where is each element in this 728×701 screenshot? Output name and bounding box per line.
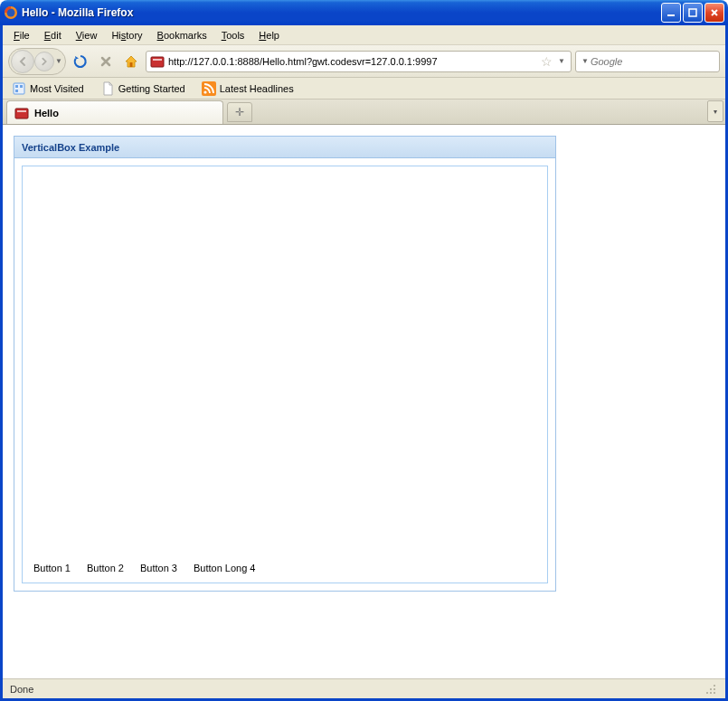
svg-rect-6 xyxy=(153,59,162,61)
status-bar: Done xyxy=(3,678,725,698)
search-box[interactable]: ▼ xyxy=(575,51,720,72)
svg-rect-3 xyxy=(689,9,696,16)
status-text: Done xyxy=(10,684,33,695)
bookmark-star-icon[interactable]: ☆ xyxy=(541,54,553,69)
plus-icon: ✛ xyxy=(235,106,244,118)
svg-rect-19 xyxy=(17,110,26,112)
rss-icon xyxy=(202,81,216,96)
back-button[interactable] xyxy=(11,50,34,73)
resize-grip-icon[interactable] xyxy=(704,682,718,696)
bookmark-label: Most Visited xyxy=(30,83,84,94)
menu-help[interactable]: Help xyxy=(251,28,287,43)
verticalbox-panel: VerticalBox Example Button 1 Button 2 Bu… xyxy=(14,136,556,592)
svg-rect-16 xyxy=(202,81,216,96)
navigation-toolbar: ▼ ☆ ▼ ▼ xyxy=(3,45,725,78)
tab-favicon xyxy=(14,106,29,120)
new-tab-button[interactable]: ✛ xyxy=(227,102,252,122)
menu-tools[interactable]: Tools xyxy=(214,28,252,43)
menu-edit[interactable]: Edit xyxy=(37,28,69,43)
svg-rect-4 xyxy=(130,62,133,67)
search-input[interactable] xyxy=(591,56,716,67)
bookmark-label: Latest Headlines xyxy=(220,83,294,94)
panel-header: VerticalBox Example xyxy=(14,137,555,158)
button-long-4[interactable]: Button Long 4 xyxy=(194,563,256,573)
svg-rect-2 xyxy=(667,14,675,16)
svg-rect-18 xyxy=(15,109,28,118)
svg-point-23 xyxy=(706,692,708,694)
button-row: Button 1 Button 2 Button 3 Button Long 4 xyxy=(28,559,542,577)
most-visited-icon xyxy=(12,81,26,96)
svg-point-24 xyxy=(710,692,712,694)
panel-inner: Button 1 Button 2 Button 3 Button Long 4 xyxy=(22,166,548,583)
bookmark-label: Getting Started xyxy=(118,83,185,94)
svg-rect-5 xyxy=(151,57,164,67)
page-icon xyxy=(100,81,115,96)
maximize-button[interactable] xyxy=(683,3,703,23)
url-input[interactable] xyxy=(168,56,537,67)
minimize-button[interactable] xyxy=(661,3,681,23)
window-title: Hello - Mozilla Firefox xyxy=(22,6,661,19)
page-content: VerticalBox Example Button 1 Button 2 Bu… xyxy=(3,125,725,678)
history-dropdown-icon[interactable]: ▼ xyxy=(54,57,63,65)
svg-point-20 xyxy=(714,685,715,687)
svg-point-22 xyxy=(714,688,715,690)
menu-bookmarks[interactable]: Bookmarks xyxy=(150,28,214,43)
back-forward-group: ▼ xyxy=(8,48,66,75)
window-titlebar: Hello - Mozilla Firefox xyxy=(0,0,728,25)
search-engine-dropdown-icon[interactable]: ▼ xyxy=(581,57,589,65)
button-3[interactable]: Button 3 xyxy=(140,563,177,573)
bookmarks-toolbar: Most Visited Getting Started Latest Head… xyxy=(3,78,725,99)
button-1[interactable]: Button 1 xyxy=(33,563,71,573)
menu-history[interactable]: History xyxy=(104,28,149,43)
forward-button[interactable] xyxy=(34,52,54,71)
svg-rect-15 xyxy=(15,90,18,92)
stop-button[interactable] xyxy=(95,51,117,72)
tab-list-button[interactable]: ▾ xyxy=(707,100,723,122)
tab-title: Hello xyxy=(34,108,59,118)
url-dropdown-icon[interactable]: ▼ xyxy=(556,57,567,65)
home-button[interactable] xyxy=(120,51,142,72)
site-favicon xyxy=(150,54,165,69)
svg-point-25 xyxy=(714,692,715,694)
bookmark-latest-headlines[interactable]: Latest Headlines xyxy=(198,80,298,98)
svg-rect-12 xyxy=(14,83,24,94)
button-2[interactable]: Button 2 xyxy=(87,563,124,573)
tab-active[interactable]: Hello xyxy=(6,100,223,124)
url-bar[interactable]: ☆ ▼ xyxy=(146,51,572,72)
menu-bar: File Edit View History Bookmarks Tools H… xyxy=(3,25,725,45)
bookmark-getting-started[interactable]: Getting Started xyxy=(97,80,189,98)
close-button[interactable] xyxy=(704,3,724,23)
svg-point-21 xyxy=(710,688,712,690)
svg-rect-14 xyxy=(20,85,23,88)
reload-button[interactable] xyxy=(70,51,91,72)
tab-strip: Hello ✛ ▾ xyxy=(3,99,725,125)
panel-body: Button 1 Button 2 Button 3 Button Long 4 xyxy=(14,158,555,591)
bookmark-most-visited[interactable]: Most Visited xyxy=(8,80,88,98)
menu-file[interactable]: File xyxy=(6,28,37,43)
menu-view[interactable]: View xyxy=(69,28,105,43)
svg-rect-13 xyxy=(15,85,18,88)
svg-point-17 xyxy=(203,90,206,93)
firefox-icon xyxy=(4,5,18,20)
